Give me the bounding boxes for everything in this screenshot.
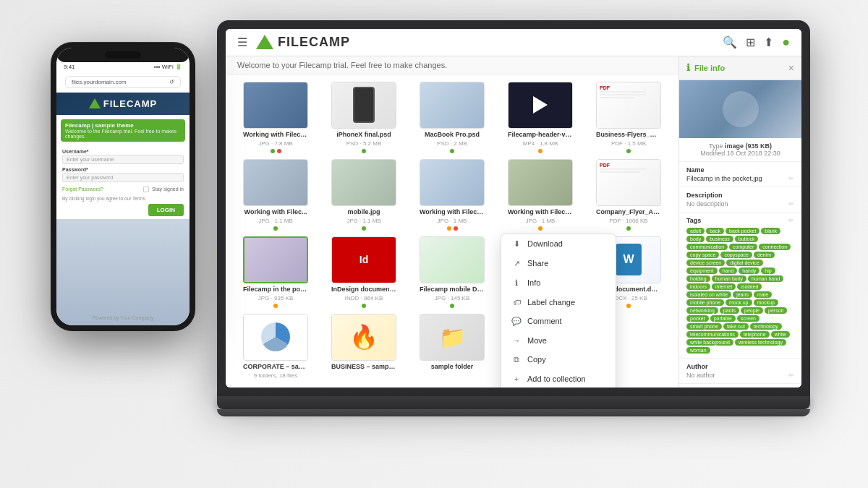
author-edit-icon[interactable]: ✏: [788, 372, 794, 379]
context-menu-copy[interactable]: ⧉ Copy: [501, 350, 616, 369]
description-edit-icon[interactable]: ✏: [788, 200, 794, 207]
tag[interactable]: denim: [754, 252, 775, 258]
tag[interactable]: human body: [712, 275, 747, 282]
tag[interactable]: wireless technology: [735, 339, 786, 346]
file-item[interactable]: CORPORATE – sam... 9 folders, 18 files: [234, 314, 317, 379]
author-section: Author No author ✏: [679, 359, 801, 384]
context-menu-download[interactable]: ⬇ Download: [501, 234, 616, 254]
file-item[interactable]: 🔥 BUSINESS – sample folder: [323, 314, 405, 379]
phone-forgot-password[interactable]: Forgot Password?: [62, 187, 103, 192]
tag[interactable]: mobile phone: [686, 299, 724, 306]
tag[interactable]: communication: [686, 244, 728, 250]
file-item[interactable]: Filecamp in the pocket.jpg JPG · 935 KB: [234, 236, 317, 308]
tag[interactable]: adult: [686, 228, 705, 234]
tag[interactable]: holding: [686, 275, 710, 282]
tag[interactable]: technology: [750, 323, 782, 330]
status-dot: [273, 304, 278, 308]
file-item[interactable]: Id InDesign document... INDD · 864 KB: [323, 236, 405, 308]
phone-login-button[interactable]: LOGIN: [148, 204, 184, 216]
tag[interactable]: body: [686, 236, 705, 242]
tag[interactable]: telecommunications: [686, 331, 739, 338]
file-item[interactable]: iPhoneX final.psd PSD · 5.2 MB: [323, 82, 405, 153]
search-icon[interactable]: 🔍: [723, 35, 737, 49]
tag[interactable]: copyspace: [720, 252, 752, 258]
tag[interactable]: back: [706, 228, 724, 234]
tag[interactable]: mock up: [726, 299, 752, 306]
tag[interactable]: networking: [686, 307, 718, 314]
file-item[interactable]: Working with Filecamp 3.jpg JPG · 1 MB: [499, 159, 582, 231]
tag[interactable]: handy: [739, 267, 760, 274]
phone-refresh-icon[interactable]: ↺: [169, 79, 174, 85]
tag[interactable]: person: [765, 307, 787, 314]
tag[interactable]: take out: [723, 323, 749, 330]
tag[interactable]: business: [706, 236, 733, 242]
tag[interactable]: digital device: [726, 260, 762, 266]
file-item[interactable]: PDF Business-Flyers_A4.pdf PDF · 1.5 MB: [587, 82, 670, 153]
tag[interactable]: buttock: [735, 236, 759, 242]
tag[interactable]: male: [754, 291, 772, 298]
move-icon: →: [511, 336, 522, 345]
tag[interactable]: computer: [729, 244, 757, 250]
filter-icon[interactable]: ⊞: [746, 35, 755, 49]
file-item[interactable]: Working with Filecamp 6.jpg JPG · 1 MB: [411, 159, 493, 231]
tag[interactable]: copy space: [686, 252, 719, 258]
tag[interactable]: people: [741, 307, 763, 314]
tag[interactable]: woman: [686, 347, 710, 354]
phone-stay-signed-checkbox[interactable]: [143, 187, 149, 192]
context-menu-label-change[interactable]: 🏷 Label change: [501, 293, 616, 312]
phone-username-input[interactable]: Enter your username: [62, 155, 184, 164]
phone-notch: [56, 48, 190, 62]
tag[interactable]: isolated on white: [686, 291, 731, 298]
tag[interactable]: device screen: [686, 260, 725, 266]
context-menu-comment[interactable]: 💬 Comment: [501, 312, 616, 331]
phone-password-input[interactable]: Enter your password: [62, 173, 184, 182]
file-item[interactable]: 📁 sample folder: [411, 314, 493, 379]
context-menu-move[interactable]: → Move: [501, 331, 616, 350]
file-item[interactable]: PDF Company_Flyer_A4.pdf PDF · 1006 KB: [587, 159, 670, 231]
tag[interactable]: connection: [759, 244, 791, 250]
file-info-close-button[interactable]: ×: [788, 62, 794, 74]
context-menu-share[interactable]: ↗ Share: [501, 254, 616, 273]
preview-edit-icon[interactable]: ✏: [792, 83, 799, 93]
tag[interactable]: jeans: [733, 291, 752, 298]
file-item[interactable]: Working with Filecamp 2.jpg JPG · 7.8 MB: [234, 82, 317, 153]
file-type-value: image (935 KB): [725, 142, 772, 150]
file-item[interactable]: mobile.jpg JPG · 1.1 MB: [323, 159, 405, 231]
file-item[interactable]: Filecamp-header-video.mp4 MP4 · 1.8 MB: [499, 82, 582, 153]
tag[interactable]: blank: [761, 228, 780, 234]
tag[interactable]: screen: [737, 315, 760, 322]
tag[interactable]: telephone: [740, 331, 770, 338]
tag[interactable]: white background: [686, 339, 733, 346]
tag[interactable]: indoors: [686, 283, 710, 290]
name-edit-icon[interactable]: ✏: [788, 175, 794, 182]
context-menu-info[interactable]: ℹ Info: [501, 273, 616, 293]
file-item[interactable]: MacBook Pro.psd PSD · 2 MB: [411, 82, 493, 153]
menu-icon[interactable]: ☰: [237, 35, 247, 49]
status-dot: [362, 304, 366, 308]
tag[interactable]: internet: [712, 283, 736, 290]
upload-icon[interactable]: ⬆: [764, 35, 773, 49]
tag[interactable]: human hand: [748, 275, 783, 282]
tag[interactable]: back pocket: [726, 228, 760, 234]
tag[interactable]: portable: [710, 315, 736, 322]
phone-url-bar[interactable]: files.yourdomain.com ↺: [65, 76, 181, 88]
tag[interactable]: hip: [761, 267, 775, 274]
tag[interactable]: white: [771, 331, 790, 338]
tag[interactable]: mockup: [754, 299, 779, 306]
phone-theme-sub: Welcome to the Filecamp trial. Feel free…: [65, 129, 181, 139]
user-icon[interactable]: ●: [782, 35, 790, 50]
logo-text: FILECAMP: [278, 35, 350, 50]
tag[interactable]: hand: [719, 267, 738, 274]
tag[interactable]: equipment: [686, 267, 718, 274]
context-menu-add-collection[interactable]: + Add to collection: [501, 369, 616, 388]
tag[interactable]: pocket: [686, 315, 709, 322]
file-item[interactable]: Filecamp mobile DAM.jpg JPG · 145 KB: [411, 236, 493, 308]
tag[interactable]: isolated: [737, 283, 762, 290]
file-name: mobile.jpg: [348, 208, 380, 215]
tags-edit-icon[interactable]: ✏: [788, 217, 794, 226]
file-item[interactable]: Working with Filec... JPG · 1.1 MB: [234, 159, 317, 231]
file-meta: INDD · 864 KB: [345, 295, 383, 301]
tag[interactable]: pants: [720, 307, 739, 314]
tag[interactable]: smart phone: [686, 323, 722, 330]
tags-container: adult back back pocket blank body busine…: [686, 228, 794, 354]
